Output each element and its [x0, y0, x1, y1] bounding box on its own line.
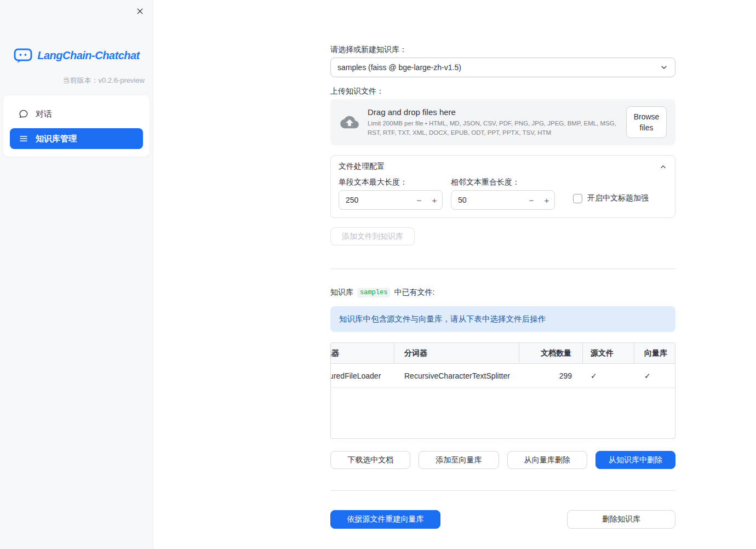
files-heading-suffix: 中已有文件:: [394, 288, 434, 298]
add-files-to-kb-button[interactable]: 添加文件到知识库: [330, 227, 415, 245]
uploader-texts: Drag and drop files here Limit 200MB per…: [368, 107, 626, 136]
column-header-loader[interactable]: 文档加载器: [330, 343, 394, 363]
version-value: v0.2.6-preview: [98, 76, 145, 84]
chevron-down-icon: [660, 63, 668, 72]
chunk-size-decrement-button[interactable]: −: [411, 191, 427, 209]
column-header-vector-store[interactable]: 向量库: [634, 343, 675, 363]
file-action-buttons: 下载选中文档 添加至向量库 从向量库删除 从知识库中删除: [330, 451, 675, 469]
chunk-size-group: 单段文本最大长度： 250 − +: [339, 178, 443, 210]
chunk-size-increment-button[interactable]: +: [427, 191, 442, 209]
table-row[interactable]: UnstructuredFileLoader RecursiveCharacte…: [330, 364, 675, 388]
zh-title-enhance-checkbox[interactable]: [573, 194, 582, 203]
cell-loader: UnstructuredFileLoader: [330, 364, 394, 387]
list-icon: [19, 134, 28, 144]
delete-from-kb-button[interactable]: 从知识库中删除: [595, 451, 675, 469]
overlap-size-decrement-button[interactable]: −: [524, 191, 539, 209]
column-header-source-file[interactable]: 源文件: [583, 343, 634, 363]
files-table[interactable]: 文档加载器 分词器 文档数量 源文件 向量库 UnstructuredFileL…: [330, 342, 675, 439]
files-table-header: 文档加载器 分词器 文档数量 源文件 向量库: [330, 343, 675, 364]
file-config-expander-header[interactable]: 文件处理配置: [331, 156, 675, 178]
delete-from-vector-store-button[interactable]: 从向量库删除: [507, 451, 587, 469]
content-column: 请选择或新建知识库： samples (faiss @ bge-large-zh…: [330, 0, 675, 529]
file-config-expander: 文件处理配置 单段文本最大长度： 250 − +: [330, 155, 675, 218]
app-logo: LangChain-Chatchat: [0, 47, 153, 64]
zh-title-enhance-group: 开启中文标题加强: [573, 193, 649, 203]
app-root: LangChain-Chatchat 当前版本：v0.2.6-preview 对…: [0, 0, 756, 549]
chunk-size-label: 单段文本最大长度：: [339, 178, 443, 187]
column-header-doc-count[interactable]: 文档数量: [519, 343, 583, 363]
close-icon: [136, 7, 144, 15]
kb-selectbox-value: samples (faiss @ bge-large-zh-v1.5): [337, 63, 660, 72]
chat-bubble-icon: [19, 109, 28, 119]
kb-name-code: samples: [357, 288, 390, 298]
sidebar-item-label: 知识库管理: [36, 134, 77, 144]
cell-doc-count: 299: [519, 364, 583, 387]
sidebar-item-knowledge-base[interactable]: 知识库管理: [10, 128, 143, 149]
app-logo-text: LangChain-Chatchat: [37, 49, 140, 62]
cell-source-file-check: ✓: [583, 364, 634, 387]
chunk-size-value: 250: [339, 196, 411, 204]
overlap-size-value: 50: [451, 196, 524, 204]
zh-title-enhance-label: 开启中文标题加强: [587, 193, 649, 203]
uploader-limits: Limit 200MB per file • HTML, MD, JSON, C…: [368, 119, 621, 136]
overlap-size-group: 相邻文本重合长度： 50 − +: [451, 178, 555, 210]
cell-splitter: RecursiveCharacterTextSplitter: [394, 364, 519, 387]
existing-files-heading: 知识库 samples 中已有文件:: [330, 288, 675, 298]
rebuild-vector-store-button[interactable]: 依据源文件重建向量库: [330, 510, 440, 529]
kb-select-label: 请选择或新建知识库：: [330, 45, 675, 55]
files-heading-prefix: 知识库: [330, 288, 353, 298]
cloud-upload-icon: [340, 115, 359, 130]
files-table-inner: 文档加载器 分词器 文档数量 源文件 向量库 UnstructuredFileL…: [330, 343, 675, 388]
sidebar: LangChain-Chatchat 当前版本：v0.2.6-preview 对…: [0, 0, 153, 549]
divider: [330, 490, 675, 491]
add-to-vector-store-button[interactable]: 添加至向量库: [419, 451, 499, 469]
overlap-size-input[interactable]: 50 − +: [451, 190, 555, 210]
overlap-size-increment-button[interactable]: +: [539, 191, 554, 209]
file-uploader-dropzone[interactable]: Drag and drop files here Limit 200MB per…: [330, 99, 675, 145]
sidebar-item-dialogue[interactable]: 对话: [10, 103, 143, 125]
overlap-size-label: 相邻文本重合长度：: [451, 178, 555, 187]
browse-files-button[interactable]: Browse files: [626, 106, 667, 139]
chevron-up-icon: [659, 163, 667, 171]
kb-info-banner: 知识库中包含源文件与向量库，请从下表中选择文件后操作: [330, 306, 675, 332]
uploader-title: Drag and drop files here: [368, 107, 621, 117]
column-header-splitter[interactable]: 分词器: [394, 343, 519, 363]
version-text: 当前版本：v0.2.6-preview: [0, 76, 153, 85]
main-area: 请选择或新建知识库： samples (faiss @ bge-large-zh…: [153, 0, 756, 549]
kb-management-buttons: 依据源文件重建向量库 删除知识库: [330, 510, 675, 529]
sidebar-item-label: 对话: [36, 109, 52, 119]
file-config-body: 单段文本最大长度： 250 − + 相邻文本重合长度： 50 −: [331, 178, 675, 218]
version-label: 当前版本：: [62, 76, 98, 84]
chunk-size-input[interactable]: 250 − +: [339, 190, 443, 210]
sidebar-menu: 对话 知识库管理: [3, 95, 150, 157]
sidebar-close-button[interactable]: [133, 4, 146, 18]
download-selected-button[interactable]: 下载选中文档: [330, 451, 410, 469]
upload-label: 上传知识文件：: [330, 87, 675, 96]
divider: [330, 268, 675, 269]
cell-vector-store-check: ✓: [634, 364, 675, 387]
file-config-title: 文件处理配置: [339, 162, 385, 171]
delete-kb-button[interactable]: 删除知识库: [567, 510, 675, 529]
kb-selectbox[interactable]: samples (faiss @ bge-large-zh-v1.5): [330, 58, 675, 77]
chat-logo-icon: [13, 47, 33, 64]
